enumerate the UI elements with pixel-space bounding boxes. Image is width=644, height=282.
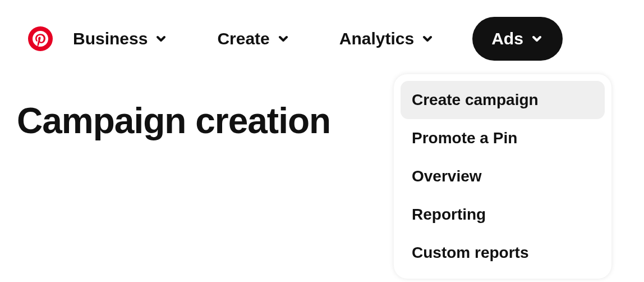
dropdown-item-label: Overview xyxy=(412,167,482,185)
ads-dropdown: Create campaign Promote a Pin Overview R… xyxy=(394,74,611,279)
nav-ads-label: Ads xyxy=(491,29,523,48)
nav-create-label: Create xyxy=(217,29,269,48)
nav-business[interactable]: Business xyxy=(62,22,179,55)
dropdown-item-custom-reports[interactable]: Custom reports xyxy=(401,234,605,272)
nav-analytics[interactable]: Analytics xyxy=(328,22,445,55)
dropdown-item-promote-pin[interactable]: Promote a Pin xyxy=(401,119,605,157)
nav-business-label: Business xyxy=(73,29,148,48)
dropdown-item-label: Promote a Pin xyxy=(412,129,517,147)
pinterest-icon xyxy=(33,31,48,47)
chevron-down-icon xyxy=(154,32,168,46)
dropdown-item-label: Create campaign xyxy=(412,91,539,108)
nav-create[interactable]: Create xyxy=(206,22,301,55)
dropdown-item-label: Reporting xyxy=(412,206,486,223)
dropdown-item-reporting[interactable]: Reporting xyxy=(401,195,605,234)
dropdown-item-create-campaign[interactable]: Create campaign xyxy=(401,81,605,119)
nav-ads[interactable]: Ads xyxy=(472,17,563,61)
pinterest-logo[interactable] xyxy=(28,26,53,51)
logo-wrapper xyxy=(28,26,53,51)
dropdown-item-label: Custom reports xyxy=(412,244,528,261)
chevron-down-icon xyxy=(421,32,434,46)
top-nav: Business Create Analytics Ads xyxy=(0,0,644,78)
chevron-down-icon xyxy=(277,32,290,46)
dropdown-item-overview[interactable]: Overview xyxy=(401,157,605,195)
nav-analytics-label: Analytics xyxy=(339,29,414,48)
chevron-down-icon xyxy=(530,32,544,46)
